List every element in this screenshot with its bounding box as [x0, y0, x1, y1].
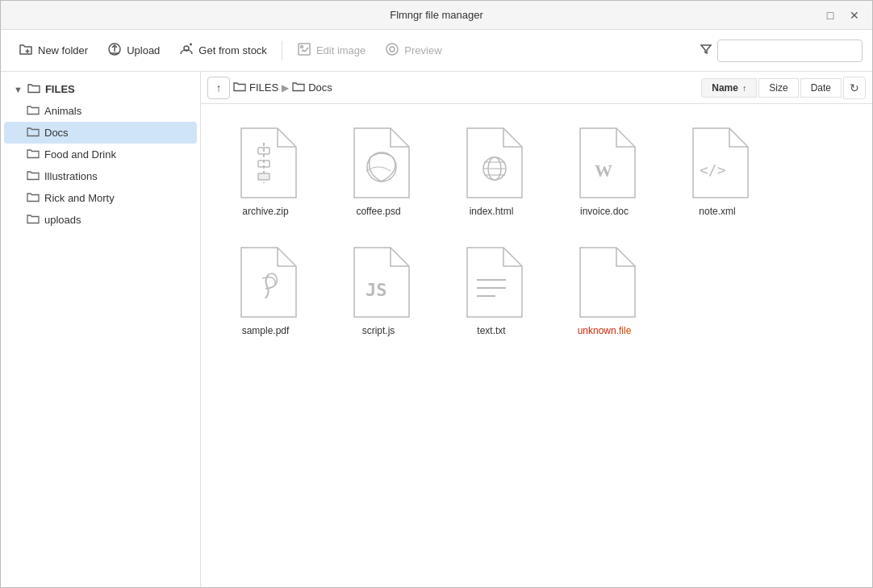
file-name: index.html: [470, 206, 514, 217]
new-folder-button[interactable]: New folder: [10, 37, 96, 64]
sidebar-item-label: uploads: [44, 214, 81, 226]
sidebar: ▼ FILES Animals: [1, 72, 201, 587]
toolbar: New folder Upload: [1, 30, 872, 72]
sidebar-item-rick-and-morty[interactable]: Rick and Morty: [4, 187, 197, 209]
file-icon-js: JS: [346, 246, 411, 319]
file-item[interactable]: JS script.js: [330, 240, 427, 343]
sidebar-item-uploads[interactable]: uploads: [4, 209, 197, 231]
sidebar-item-animals[interactable]: Animals: [4, 100, 197, 122]
preview-label: Preview: [404, 44, 441, 56]
sidebar-item-label: Illustrations: [44, 170, 98, 182]
edit-image-icon: [297, 42, 311, 59]
file-item[interactable]: coffee.psd: [330, 120, 427, 223]
app-title: Flmngr file manager: [390, 9, 483, 21]
sort-name-label: Name: [712, 82, 738, 94]
refresh-button[interactable]: ↻: [843, 77, 866, 99]
file-name: unknown.file: [578, 325, 632, 336]
filter-area: [700, 40, 863, 62]
file-icon-unknown: [572, 246, 637, 319]
file-item[interactable]: index.html: [443, 120, 540, 223]
app-window: Flmngr file manager □ ✕ New folder: [0, 0, 873, 588]
sidebar-item-label: Food and Drink: [44, 148, 116, 161]
chevron-down-icon: ▼: [14, 85, 23, 94]
file-item[interactable]: unknown.file: [556, 240, 653, 343]
filter-icon: [700, 43, 712, 59]
sort-arrow-icon: ↑: [742, 84, 746, 93]
sort-controls: Name ↑ Size Date ↻: [701, 77, 866, 99]
main-content: ↑ FILES ▶: [201, 72, 872, 587]
sort-by-name-button[interactable]: Name ↑: [701, 78, 757, 98]
sidebar-item-illustrations[interactable]: Illustrations: [4, 165, 197, 187]
sidebar-item-food-and-drink[interactable]: Food and Drink: [4, 144, 197, 165]
get-from-stock-button[interactable]: Get from stock: [171, 37, 275, 64]
sidebar-root[interactable]: ▼ FILES: [4, 78, 197, 100]
file-icon-pdf: [233, 246, 298, 319]
file-item[interactable]: sample.pdf: [217, 240, 314, 343]
close-button[interactable]: ✕: [843, 4, 866, 27]
folder-icon: [27, 169, 40, 183]
sort-by-size-button[interactable]: Size: [758, 78, 798, 98]
folder-icon: [27, 191, 40, 205]
folder-icon: [27, 82, 40, 96]
preview-button[interactable]: Preview: [377, 37, 449, 64]
svg-rect-14: [258, 173, 269, 180]
file-item[interactable]: </> note.xml: [669, 120, 766, 223]
edit-image-label: Edit image: [316, 44, 365, 56]
file-icon-zip: [233, 127, 298, 199]
upload-label: Upload: [127, 44, 160, 56]
file-icon-doc: W: [572, 127, 637, 199]
file-name: script.js: [362, 325, 395, 336]
sidebar-root-label: FILES: [45, 83, 75, 95]
svg-text:JS: JS: [365, 280, 387, 300]
breadcrumb-separator: ▶: [282, 82, 289, 94]
svg-text:W: W: [595, 161, 612, 181]
file-name: sample.pdf: [242, 325, 290, 336]
window-controls: □ ✕: [819, 4, 866, 27]
body: ▼ FILES Animals: [1, 72, 872, 587]
breadcrumb-current[interactable]: Docs: [292, 81, 332, 94]
breadcrumb: FILES ▶ Docs: [233, 81, 698, 94]
sidebar-item-label: Docs: [44, 127, 69, 139]
breadcrumb-up-button[interactable]: ↑: [207, 77, 230, 99]
file-item[interactable]: archive.zip: [217, 120, 314, 223]
upload-button[interactable]: Upload: [99, 37, 168, 64]
folder-icon: [27, 104, 40, 118]
breadcrumb-current-label: Docs: [308, 81, 332, 94]
file-name: invoice.doc: [580, 206, 629, 217]
file-icon-html: [459, 127, 524, 199]
breadcrumb-root-label: FILES: [249, 81, 278, 94]
refresh-icon: ↻: [850, 81, 859, 94]
sort-by-date-button[interactable]: Date: [800, 78, 842, 98]
get-from-stock-icon: [179, 42, 194, 59]
folder-icon: [292, 81, 305, 94]
svg-rect-7: [299, 44, 310, 55]
file-extension: .file: [616, 325, 632, 336]
folder-icon: [27, 148, 40, 161]
edit-image-button[interactable]: Edit image: [289, 37, 374, 64]
folder-icon: [27, 126, 40, 140]
sort-date-label: Date: [811, 82, 831, 94]
file-name: text.txt: [477, 325, 505, 336]
file-item[interactable]: text.txt: [443, 240, 540, 343]
file-icon-psd: [346, 127, 411, 199]
file-name: coffee.psd: [356, 206, 400, 217]
file-name: archive.zip: [242, 206, 288, 217]
sidebar-item-docs[interactable]: Docs: [4, 122, 197, 144]
search-input[interactable]: [717, 40, 863, 62]
get-from-stock-label: Get from stock: [198, 44, 267, 56]
file-basename: unknown: [578, 325, 616, 336]
svg-text:</>: </>: [700, 161, 726, 178]
new-folder-label: New folder: [38, 44, 88, 56]
file-item[interactable]: W invoice.doc: [556, 120, 653, 223]
sidebar-item-label: Rick and Morty: [44, 192, 115, 204]
file-icon-txt: [459, 246, 524, 319]
file-icon-xml: </>: [685, 127, 750, 199]
svg-point-9: [386, 44, 398, 55]
maximize-button[interactable]: □: [819, 4, 842, 27]
titlebar: Flmngr file manager □ ✕: [1, 1, 872, 30]
preview-icon: [385, 42, 399, 59]
breadcrumb-root[interactable]: FILES: [233, 81, 278, 94]
new-folder-icon: [19, 42, 33, 59]
file-name: note.xml: [699, 206, 735, 217]
sidebar-item-label: Animals: [44, 105, 81, 117]
